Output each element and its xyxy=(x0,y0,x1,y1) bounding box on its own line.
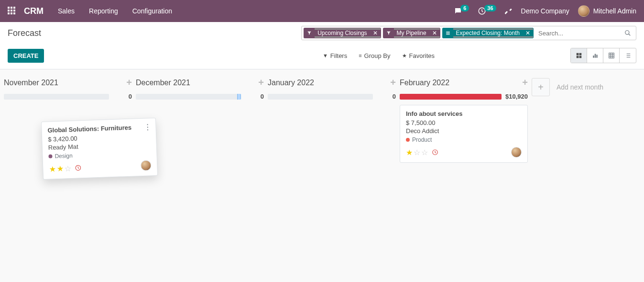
activity-overdue-icon[interactable] xyxy=(432,149,438,156)
filters-dropdown[interactable]: ▼ Filters xyxy=(323,52,347,59)
facet-remove[interactable]: ✕ xyxy=(429,30,440,36)
messages-badge: 6 xyxy=(460,5,469,11)
view-switcher xyxy=(570,48,636,63)
star-icon[interactable]: ★ xyxy=(56,164,64,173)
search-facet-filter-upcoming: Upcoming Closings ✕ xyxy=(304,28,381,38)
column-title: December 2021 xyxy=(136,79,258,87)
kanban-column-jan: January 2022 + 0 xyxy=(268,75,396,100)
facet-label: My Pipeline xyxy=(394,30,429,36)
activities-badge: 36 xyxy=(484,5,496,11)
priority-stars[interactable]: ★ ★ ☆ xyxy=(49,164,71,174)
star-icon[interactable]: ☆ xyxy=(414,148,420,157)
filter-icon: ▼ xyxy=(323,53,328,58)
column-add-button[interactable]: + xyxy=(126,77,132,88)
search-bar[interactable]: Upcoming Closings ✕ My Pipeline ✕ Expect… xyxy=(301,26,636,40)
star-icon: ★ xyxy=(402,53,407,59)
star-icon[interactable]: ☆ xyxy=(421,148,428,157)
svg-rect-7 xyxy=(576,56,579,58)
star-icon[interactable]: ★ xyxy=(49,164,56,173)
navbar: CRM Sales Reporting Configuration 6 36 D… xyxy=(0,0,644,22)
svg-rect-11 xyxy=(596,55,597,57)
column-progress[interactable] xyxy=(136,94,241,100)
kanban-card[interactable]: Info about services $ 7,500.00 Deco Addi… xyxy=(400,105,528,163)
facet-remove[interactable]: ✕ xyxy=(370,30,381,36)
search-input[interactable] xyxy=(535,30,622,37)
priority-stars[interactable]: ★ ☆ ☆ xyxy=(406,148,428,157)
debug-menu[interactable] xyxy=(505,7,513,15)
column-progress[interactable] xyxy=(400,94,502,100)
graph-view-button[interactable] xyxy=(587,48,603,63)
activities-menu[interactable]: 36 xyxy=(478,7,496,15)
search-facet-filter-pipeline: My Pipeline ✕ xyxy=(383,28,440,38)
list-view-button[interactable] xyxy=(620,48,636,63)
create-button[interactable]: CREATE xyxy=(8,49,44,63)
svg-rect-6 xyxy=(579,53,581,56)
column-progress[interactable] xyxy=(4,94,109,100)
favorites-label: Favorites xyxy=(409,52,435,59)
column-title: January 2022 xyxy=(268,79,390,87)
svg-rect-12 xyxy=(609,53,614,58)
app-brand[interactable]: CRM xyxy=(24,6,44,16)
kanban-view-button[interactable] xyxy=(571,48,587,63)
svg-point-4 xyxy=(625,31,629,34)
facet-label: Upcoming Closings xyxy=(315,30,370,36)
add-month-button[interactable]: + xyxy=(532,78,550,96)
card-amount: $ 7,500.00 xyxy=(406,119,522,126)
card-title: Info about services xyxy=(406,110,522,117)
svg-rect-3 xyxy=(446,34,450,34)
kanban-card-dragging[interactable]: ⋮ Global Solutions: Furnitures $ 3,420.0… xyxy=(41,118,158,180)
column-total: 0 xyxy=(113,93,132,100)
add-month-label: Add next month xyxy=(557,83,603,91)
column-add-button[interactable]: + xyxy=(390,77,396,88)
control-panel: Forecast Upcoming Closings ✕ My Pipeline… xyxy=(0,22,644,69)
user-name: Mitchell Admin xyxy=(593,7,636,15)
nav-reporting[interactable]: Reporting xyxy=(89,7,118,15)
card-menu-icon[interactable]: ⋮ xyxy=(143,122,151,132)
svg-rect-2 xyxy=(446,33,450,34)
nav-configuration[interactable]: Configuration xyxy=(132,7,172,15)
star-icon[interactable]: ★ xyxy=(406,148,413,157)
star-icon[interactable]: ☆ xyxy=(64,164,71,173)
nav-sales[interactable]: Sales xyxy=(58,7,75,15)
column-total: 0 xyxy=(377,93,396,100)
column-title: February 2022 xyxy=(400,79,522,87)
svg-rect-5 xyxy=(576,53,579,56)
user-menu[interactable]: Mitchell Admin xyxy=(578,5,636,17)
facet-remove[interactable]: ✕ xyxy=(523,30,533,36)
user-avatar xyxy=(578,5,589,17)
groupby-icon xyxy=(443,28,453,38)
search-facet-groupby: Expected Closing: Month ✕ xyxy=(442,28,534,38)
svg-rect-8 xyxy=(579,56,581,58)
svg-rect-10 xyxy=(594,54,595,58)
pivot-view-button[interactable] xyxy=(603,48,620,63)
column-add-button[interactable]: + xyxy=(258,77,264,88)
kanban-column-nov: November 2021 + 0 xyxy=(4,75,132,100)
activity-overdue-icon[interactable] xyxy=(75,164,81,171)
search-icon[interactable] xyxy=(622,30,634,36)
add-next-month: + Add next month xyxy=(532,75,603,96)
card-assignee-avatar[interactable] xyxy=(511,147,522,158)
card-assignee-avatar[interactable] xyxy=(141,160,152,171)
breadcrumb: Forecast xyxy=(8,28,41,38)
column-title: November 2021 xyxy=(4,79,126,87)
svg-rect-9 xyxy=(593,56,594,58)
column-total: 0 xyxy=(245,93,264,100)
card-title: Global Solutions: Furnitures xyxy=(47,123,150,134)
card-tag: Product xyxy=(406,136,432,143)
column-add-button[interactable]: + xyxy=(522,77,528,88)
kanban-column-dec: December 2021 + 0 xyxy=(136,75,264,100)
column-progress[interactable] xyxy=(268,94,373,100)
messaging-menu[interactable]: 6 xyxy=(454,7,469,15)
groupby-dropdown[interactable]: ≡ Group By xyxy=(359,52,390,59)
filter-icon xyxy=(304,28,315,38)
apps-icon[interactable] xyxy=(8,7,16,15)
groupby-label: Group By xyxy=(364,52,391,59)
column-total: $10,920 xyxy=(505,93,528,100)
filters-label: Filters xyxy=(330,52,347,59)
svg-rect-1 xyxy=(446,32,450,32)
kanban-column-feb: February 2022 + $10,920 Info about servi… xyxy=(400,75,528,163)
favorites-dropdown[interactable]: ★ Favorites xyxy=(402,52,435,59)
company-switcher[interactable]: Demo Company xyxy=(521,7,569,15)
tag-dot xyxy=(48,154,52,158)
facet-label: Expected Closing: Month xyxy=(453,30,523,36)
